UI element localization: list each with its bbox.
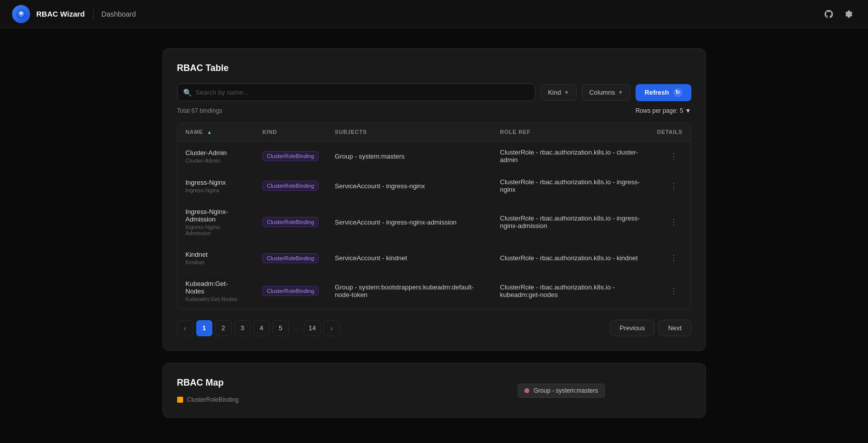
col-subjects[interactable]: SUBJECTS [327,123,492,141]
header-divider [93,9,94,19]
roleref-cell: ClusterRole - rbac.authorization.k8s.io … [492,171,649,201]
app-logo [12,5,30,23]
table-row[interactable]: Cluster-Admin Cluster-Admin ClusterRoleB… [178,141,691,171]
roleref-cell: ClusterRole - rbac.authorization.k8s.io … [492,244,649,273]
legend-label: ClusterRoleBinding [187,396,239,403]
columns-filter-button[interactable]: Columns ▼ [582,84,630,101]
name-secondary: Cluster-Admin [186,158,247,164]
kind-badge: ClusterRoleBinding [262,151,319,161]
col-kind[interactable]: KIND [254,123,327,141]
svg-point-1 [20,12,23,15]
legend-dot [177,397,183,403]
map-tooltip: Group - system:masters [518,384,604,398]
kind-badge: ClusterRoleBinding [262,253,319,263]
next-button[interactable]: Next [659,320,691,336]
tooltip-text: Group - system:masters [533,387,598,394]
rbac-data-table: NAME ▲ KIND SUBJECTS ROLE REF DETAILS Cl… [177,122,691,310]
kind-cell: ClusterRoleBinding [254,201,327,244]
total-bindings-text: Total 67 bindings [177,107,222,114]
columns-chevron-icon: ▼ [618,90,623,95]
table-row[interactable]: Kubeadm:Get-Nodes Kubeadm:Get-Nodes Clus… [178,273,691,310]
table-row[interactable]: Ingress-Nginx-Admission Ingress-Nginx-Ad… [178,201,691,244]
page-2-button[interactable]: 2 [215,320,231,336]
page-dots: ... [292,324,301,332]
next-arrow-button[interactable]: › [324,320,340,336]
sort-icon: ▲ [207,129,212,135]
refresh-button[interactable]: Refresh ↻ [636,84,691,101]
main-content: RBAC Table 🔍 Kind ▼ Columns ▼ Refresh ↻ … [0,28,868,438]
col-details: DETAILS [649,123,691,141]
table-row[interactable]: Kindnet Kindnet ClusterRoleBinding Servi… [178,244,691,273]
map-legend: ClusterRoleBinding [177,396,691,403]
rbac-map-card: RBAC Map ClusterRoleBinding Group - syst… [163,363,706,418]
name-secondary: Ingress-Nginx [186,187,247,193]
settings-icon[interactable] [842,7,856,21]
kind-badge: ClusterRoleBinding [262,286,319,296]
page-3-button[interactable]: 3 [234,320,251,336]
name-cell: Kindnet Kindnet [178,244,255,273]
page-4-button[interactable]: 4 [254,320,270,336]
search-wrapper: 🔍 [177,84,535,101]
header-actions [822,7,856,21]
page-1-button[interactable]: 1 [196,320,212,336]
name-secondary: Ingress-Nginx-Admission [186,224,247,236]
subjects-cell: ServiceAccount - kindnet [327,244,492,273]
roleref-cell: ClusterRole - rbac.authorization.k8s.io … [492,201,649,244]
name-cell: Ingress-Nginx-Admission Ingress-Nginx-Ad… [178,201,255,244]
name-secondary: Kubeadm:Get-Nodes [186,296,247,302]
kind-badge: ClusterRoleBinding [262,181,319,191]
col-role-ref[interactable]: ROLE REF [492,123,649,141]
subjects-cell: ServiceAccount - ingress-nginx [327,171,492,201]
search-input[interactable] [177,84,535,101]
pagination-actions: Previous Next [610,320,691,336]
details-cell: ⋮ [649,273,691,310]
github-icon[interactable] [822,7,836,21]
name-secondary: Kindnet [186,259,247,265]
name-cell: Cluster-Admin Cluster-Admin [178,141,255,171]
subjects-cell: Group - system:masters [327,141,492,171]
name-primary: Kubeadm:Get-Nodes [186,280,247,295]
details-cell: ⋮ [649,201,691,244]
roleref-cell: ClusterRole - rbac.authorization.k8s.io … [492,141,649,171]
kind-cell: ClusterRoleBinding [254,141,327,171]
name-primary: Ingress-Nginx [186,179,247,186]
previous-button[interactable]: Previous [610,320,655,336]
row-details-button[interactable]: ⋮ [666,150,683,163]
pagination-container: ‹ 1 2 3 4 5 ... 14 › Previous Next [177,320,691,336]
rows-per-page-chevron-icon: ▼ [685,107,691,114]
cursor-indicator [524,388,529,393]
rows-per-page-control[interactable]: Rows per page: 5 ▼ [636,107,691,114]
kind-cell: ClusterRoleBinding [254,171,327,201]
row-details-button[interactable]: ⋮ [666,251,683,265]
roleref-cell: ClusterRole - rbac.authorization.k8s.io … [492,273,649,310]
table-header-row: NAME ▲ KIND SUBJECTS ROLE REF DETAILS [178,123,691,141]
page-14-button[interactable]: 14 [304,320,320,336]
name-cell: Kubeadm:Get-Nodes Kubeadm:Get-Nodes [178,273,255,310]
nav-dashboard[interactable]: Dashboard [102,10,136,18]
details-cell: ⋮ [649,244,691,273]
subjects-cell: Group - system:bootstrappers:kubeadm:def… [327,273,492,310]
prev-arrow-button[interactable]: ‹ [177,320,193,336]
subjects-cell: ServiceAccount - ingress-nginx-admission [327,201,492,244]
details-cell: ⋮ [649,171,691,201]
row-details-button[interactable]: ⋮ [666,179,683,193]
table-row[interactable]: Ingress-Nginx Ingress-Nginx ClusterRoleB… [178,171,691,201]
page-5-button[interactable]: 5 [273,320,289,336]
row-details-button[interactable]: ⋮ [666,284,683,298]
col-name[interactable]: NAME ▲ [178,123,255,141]
search-icon: 🔍 [183,89,192,97]
rbac-table-title: RBAC Table [177,63,691,73]
details-cell: ⋮ [649,141,691,171]
kind-filter-button[interactable]: Kind ▼ [540,84,577,101]
page-numbers: ‹ 1 2 3 4 5 ... 14 › [177,320,340,336]
kind-badge: ClusterRoleBinding [262,217,319,227]
kind-cell: ClusterRoleBinding [254,244,327,273]
row-details-button[interactable]: ⋮ [666,215,683,229]
kind-chevron-icon: ▼ [564,90,569,95]
name-primary: Ingress-Nginx-Admission [186,208,247,223]
app-title: RBAC Wizard [36,10,85,18]
rbac-table-card: RBAC Table 🔍 Kind ▼ Columns ▼ Refresh ↻ … [163,48,706,351]
name-primary: Kindnet [186,251,247,258]
name-primary: Cluster-Admin [186,149,247,157]
table-meta-row: Total 67 bindings Rows per page: 5 ▼ [177,107,691,114]
